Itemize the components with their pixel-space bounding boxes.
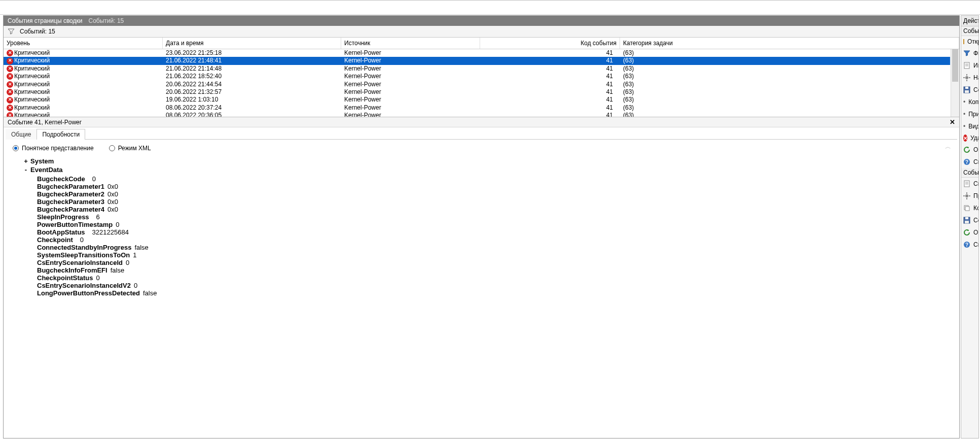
action-item[interactable]: ?Справка [961,156,978,168]
cell-source: Kernel-Power [341,65,480,73]
action-item[interactable]: Открыть [961,36,978,47]
cell-level: Критический [14,81,50,88]
action-item[interactable]: Копировать [961,202,978,214]
filter-icon[interactable] [8,28,15,35]
col-header-date[interactable]: Дата и время [163,38,341,49]
table-row[interactable]: ✕Критический21.06.2022 21:14:48Kernel-Po… [4,65,950,73]
cell-date: 21.06.2022 21:14:48 [163,65,341,73]
critical-icon: ✕ [7,50,13,56]
radio-friendly-button[interactable] [13,145,19,151]
filter-count: Событий: 15 [20,28,55,35]
radio-friendly[interactable]: Понятное представление [13,145,94,152]
action-item[interactable]: Настройки [961,72,978,84]
cell-level: Критический [14,49,50,57]
radio-xml-label: Режим XML [118,145,151,152]
grid-body: ✕Критический23.06.2022 21:25:18Kernel-Po… [4,49,959,117]
svg-text:?: ? [965,159,968,165]
tree-node-system[interactable]: + System [23,157,952,165]
cell-level: Критический [14,73,50,80]
collapse-icon[interactable]: - [23,166,29,174]
action-item[interactable]: Сохранить [961,84,978,96]
svg-rect-26 [965,217,968,219]
svg-rect-27 [965,221,969,223]
critical-icon: ✕ [7,112,13,117]
expand-icon[interactable]: + [23,157,29,165]
cell-code: 41 [480,96,620,104]
tree-node-eventdata[interactable]: - EventData [23,165,952,174]
filter-bar: Событий: 15 [4,26,959,38]
critical-icon: ✕ [7,81,13,88]
action-item[interactable]: Присоединить [961,190,978,202]
cell-date: 21.06.2022 18:52:40 [163,73,341,80]
scroll-up-icon[interactable]: ︿ [945,143,951,151]
cell-source: Kernel-Power [341,88,480,96]
action-item[interactable]: Обновить [961,226,978,239]
col-header-code[interactable]: Код события [480,38,620,49]
eventdata-key: CsEntryScenarioInstanceIdV2 [37,282,131,289]
svg-rect-0 [964,62,969,69]
action-item[interactable]: •Вид [961,120,978,132]
vertical-scrollbar[interactable] [951,49,959,117]
cell-category: (63) [620,81,950,88]
copy-icon [963,204,970,212]
radio-friendly-label: Понятное представление [22,145,94,152]
action-item[interactable]: Импорт [961,59,978,72]
action-item[interactable]: Сохранить [961,214,978,226]
table-row[interactable]: ✕Критический23.06.2022 21:25:18Kernel-Po… [4,49,950,57]
col-header-level[interactable]: Уровень [4,38,163,49]
gear-icon [963,74,970,82]
cell-category: (63) [620,112,950,117]
eventdata-row: CsEntryScenarioInstanceId0 [37,259,952,266]
cell-code: 41 [480,104,620,112]
close-icon[interactable]: ✕ [950,118,955,126]
tab-general[interactable]: Общие [6,129,37,140]
detail-tabs: Общие Подробности [6,128,957,140]
table-row[interactable]: ✕Критический08.06.2022 20:37:24Kernel-Po… [4,104,950,112]
cell-source: Kernel-Power [341,104,480,112]
cell-date: 23.06.2022 21:25:18 [163,49,341,57]
table-row[interactable]: ✕Критический20.06.2022 21:32:57Kernel-Po… [4,88,950,96]
action-label: Присоединить [968,111,979,118]
action-item[interactable]: ?Справка [961,239,978,251]
radio-xml[interactable]: Режим XML [109,145,151,152]
cell-source: Kernel-Power [341,73,480,80]
col-header-source[interactable]: Источник [341,38,480,49]
col-header-category[interactable]: Категория задачи [620,38,959,49]
cell-source: Kernel-Power [341,57,480,64]
x-icon: ✕ [963,134,967,142]
eventdata-key: BugcheckParameter1 [37,183,104,190]
scrollbar-thumb[interactable] [952,49,958,82]
table-row[interactable]: ✕Критический21.06.2022 18:52:40Kernel-Po… [4,73,950,80]
events-title-count: Событий: 15 [88,17,124,24]
svg-point-18 [965,194,968,197]
action-item[interactable]: Фильтр [961,47,978,59]
tab-details[interactable]: Подробности [37,129,85,140]
action-item[interactable]: ✕Удалить [961,132,978,144]
action-label: Импорт [973,62,979,69]
action-label: Справка [973,241,979,248]
action-item[interactable]: •Копировать [961,96,978,108]
action-label: Свойства [973,180,979,187]
action-item[interactable]: Свойства [961,178,978,190]
folder-icon [963,39,964,44]
action-item[interactable]: Обновить [961,144,978,156]
table-row[interactable]: ✕Критический19.06.2022 1:03:10Kernel-Pow… [4,96,950,104]
actions-sub1: События [961,26,978,36]
cell-category: (63) [620,96,950,104]
eventdata-row: BugcheckParameter30x0 [37,198,952,206]
detail-header: Событие 41, Kernel-Power ✕ [4,117,959,127]
table-row[interactable]: ✕Критический20.06.2022 21:44:54Kernel-Po… [4,81,950,88]
eventdata-key: ConnectedStandbyInProgress [37,244,131,251]
refresh-icon [963,228,970,237]
eventdata-value: 0x0 [107,183,118,190]
table-row[interactable]: ✕Критический08.06.2022 20:36:05Kernel-Po… [4,112,950,117]
eventdata-key: BugcheckParameter2 [37,190,104,198]
action-label: Обновить [973,229,979,236]
cell-date: 21.06.2022 21:48:41 [163,57,341,64]
action-item[interactable]: •Присоединить [961,108,978,120]
table-row[interactable]: ✕Критический21.06.2022 21:48:41Kernel-Po… [4,57,950,64]
cell-level: Критический [14,112,50,117]
critical-icon: ✕ [7,73,13,80]
cell-code: 41 [480,88,620,96]
radio-xml-button[interactable] [109,145,115,151]
